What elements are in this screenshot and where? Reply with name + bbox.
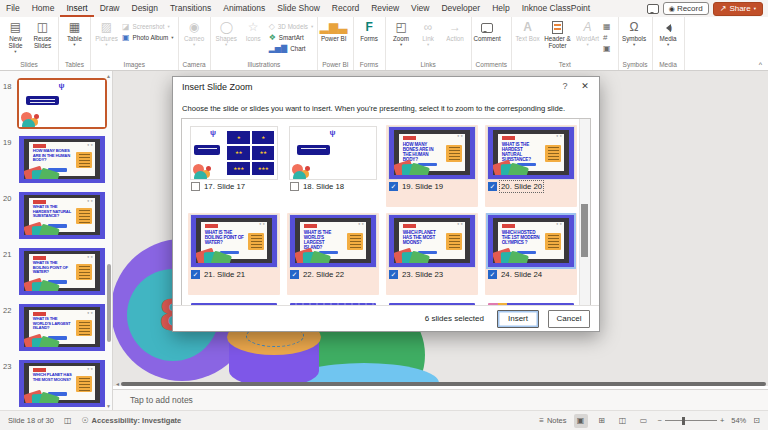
slide-number-icon: # (603, 33, 607, 42)
slide-tile-thumb[interactable]: WHAT IS THE WORLD'S LARGEST ISLAND?* * (290, 215, 376, 267)
slide-tile-thumb[interactable]: ψ★★★★★★★★★★★★ (191, 127, 277, 179)
link-button: ∞Link▾ (415, 18, 442, 47)
slide-tile-18[interactable]: ψ18. Slide 18 (287, 125, 379, 207)
slide-checkbox[interactable]: ✓ (488, 270, 497, 279)
panel-slide-19[interactable]: 19HOW MANY BONES ARE IN THE HUMAN BODY?*… (0, 136, 112, 183)
header-footer-button[interactable]: Header & Footer (541, 18, 574, 49)
slide-label: 23. Slide 23 (402, 270, 443, 279)
normal-view-button[interactable]: ▣ (574, 414, 588, 428)
notes-placeholder[interactable]: Tap to add notes (113, 390, 768, 405)
menubar: FileHomeInsertDrawDesignTransitionsAnima… (0, 0, 768, 17)
zoom-button[interactable]: ◰Zoom▾ (388, 18, 415, 47)
chart-button[interactable]: ▂▅▇Chart (269, 44, 314, 53)
wordart-icon: A (584, 20, 592, 35)
symbols-button[interactable]: ΩSymbols▾ (621, 18, 648, 47)
photo-album-button[interactable]: ▣Photo Album▾ (122, 33, 174, 42)
slide-checkbox[interactable] (191, 182, 200, 191)
slide-tile-thumb[interactable]: ψ (290, 127, 376, 179)
slideshow-button[interactable]: ▭ (637, 414, 651, 428)
notes-pane[interactable]: Tap to add notes (113, 389, 768, 412)
panel-slide-22[interactable]: 22WHAT IS THE WORLD'S LARGEST ISLAND?* * (0, 304, 112, 351)
zoom-slider-thumb[interactable] (682, 417, 685, 425)
menu-review[interactable]: Review (365, 0, 405, 17)
media-button[interactable]: Media▾ (655, 18, 682, 47)
comments-icon[interactable] (647, 4, 659, 14)
menu-draw[interactable]: Draw (94, 0, 126, 17)
dialog-scrollbar[interactable] (579, 119, 590, 307)
slide-tile-thumb[interactable]: WHICH HOSTED THE 1ST MODERN OLYMPICS ?* … (488, 215, 574, 267)
share-button[interactable]: ↗Share▾ (713, 2, 763, 16)
group-label: Symbols (621, 61, 650, 70)
slide-checkbox[interactable]: ✓ (389, 182, 398, 191)
help-icon[interactable]: ? (559, 81, 571, 91)
scroll-up-icon[interactable]: ▲ (106, 73, 111, 79)
zoom-slider[interactable]: −+ (658, 416, 725, 425)
group-label: Tables (61, 61, 88, 70)
menu-design[interactable]: Design (126, 0, 164, 17)
ribbon-group-media: Media▾Media (653, 17, 685, 70)
forms-button[interactable]: FForms (356, 18, 383, 42)
panel-slide-20[interactable]: 20WHAT IS THE HARDEST NATURAL SUBSTANCE?… (0, 192, 112, 239)
menu-home[interactable]: Home (26, 0, 61, 17)
slide-number-button[interactable]: # (603, 33, 614, 42)
accessibility-status[interactable]: Accessibility: Investigate (92, 416, 182, 425)
scroll-down-icon[interactable]: ▼ (106, 403, 111, 409)
slide-checkbox[interactable] (290, 182, 299, 191)
slide-tile-thumb[interactable]: WHAT IS THE HARDEST NATURAL SUBSTANCE?* … (488, 127, 574, 179)
comment-button[interactable]: Comment (474, 18, 501, 42)
menu-developer[interactable]: Developer (435, 0, 486, 17)
new-slide-button[interactable]: ▤New Slide▾ (2, 18, 29, 55)
horizontal-scrollbar[interactable]: ◂ (116, 381, 766, 387)
smartart-button[interactable]: ❖SmartArt (269, 33, 314, 42)
insert-button[interactable]: Insert (497, 310, 539, 328)
slide-tile-23[interactable]: WHICH PLANET HAS THE MOST MOONS?* *✓23. … (386, 213, 478, 295)
panel-slide-18[interactable]: 18ψ (0, 80, 112, 127)
panel-slide-21[interactable]: 21WHAT IS THE BOILING POINT OF WATER?* * (0, 248, 112, 295)
menu-animations[interactable]: Animations (217, 0, 271, 17)
reuse-slides-button[interactable]: ◫Reuse Slides (29, 18, 56, 49)
panel-scrollbar[interactable] (107, 81, 112, 401)
menu-insert[interactable]: Insert (60, 0, 93, 17)
menu-view[interactable]: View (405, 0, 435, 17)
slide-tile-24[interactable]: WHICH HOSTED THE 1ST MODERN OLYMPICS ?* … (485, 213, 577, 295)
reading-view-button[interactable]: ◫ (616, 414, 630, 428)
slide-tile-21[interactable]: WHAT IS THE BOILING POINT OF WATER?* *✓2… (188, 213, 280, 295)
panel-slide-23[interactable]: 23WHICH PLANET HAS THE MOST MOONS?* * (0, 360, 112, 407)
slide-tile-thumb[interactable]: HOW MANY BONES ARE IN THE HUMAN BODY?* * (389, 127, 475, 179)
slide-tile-17[interactable]: ψ★★★★★★★★★★★★17. Slide 17 (188, 125, 280, 207)
menu-transitions[interactable]: Transitions (164, 0, 217, 17)
menu-inknoe-classpoint[interactable]: Inknoe ClassPoint (516, 0, 597, 17)
slide-checkbox[interactable]: ✓ (290, 270, 299, 279)
zoom-out-icon[interactable]: − (658, 416, 662, 425)
object-button[interactable]: ▣ (603, 44, 614, 53)
fit-to-window-icon[interactable]: ⊡ (753, 416, 760, 425)
slide-checkbox[interactable]: ✓ (191, 270, 200, 279)
zoom-level[interactable]: 54% (731, 416, 746, 425)
date-time-button[interactable]: ▦ (603, 22, 614, 31)
menu-record[interactable]: Record (326, 0, 365, 17)
collapse-ribbon-icon[interactable]: ^ (759, 61, 762, 68)
slide-tile-20[interactable]: WHAT IS THE HARDEST NATURAL SUBSTANCE?* … (485, 125, 577, 207)
slide-sorter-button[interactable]: ⊞ (595, 414, 609, 428)
menu-file[interactable]: File (0, 0, 26, 17)
table-button[interactable]: ▦Table▾ (61, 18, 88, 47)
spellcheck-book-icon[interactable]: ◫ (64, 416, 72, 425)
slide-checkbox[interactable]: ✓ (488, 182, 497, 191)
cancel-button[interactable]: Cancel (548, 310, 590, 328)
chevron-down-icon: ▾ (167, 24, 169, 29)
menu-slide-show[interactable]: Slide Show (271, 0, 326, 17)
slide-tile-22[interactable]: WHAT IS THE WORLD'S LARGEST ISLAND?* *✓2… (287, 213, 379, 295)
slide-checkbox[interactable]: ✓ (389, 270, 398, 279)
notes-toggle[interactable]: ≡Notes (539, 416, 566, 425)
slide-number: 23 (0, 360, 19, 407)
menu-help[interactable]: Help (486, 0, 515, 17)
zoom-in-icon[interactable]: + (720, 416, 724, 425)
close-icon[interactable]: ✕ (578, 81, 592, 91)
slide-tile-thumb[interactable]: WHAT IS THE BOILING POINT OF WATER?* * (191, 215, 277, 267)
ribbon-group-tables: ▦Table▾Tables (59, 17, 91, 70)
power-bi-button[interactable]: ▂▆▃Power BI (320, 18, 347, 42)
slide-tile-thumb[interactable]: WHICH PLANET HAS THE MOST MOONS?* * (389, 215, 475, 267)
ribbon-group-forms: FFormsForms (354, 17, 386, 70)
record-button[interactable]: ◉Record (663, 2, 709, 15)
slide-tile-19[interactable]: HOW MANY BONES ARE IN THE HUMAN BODY?* *… (386, 125, 478, 207)
